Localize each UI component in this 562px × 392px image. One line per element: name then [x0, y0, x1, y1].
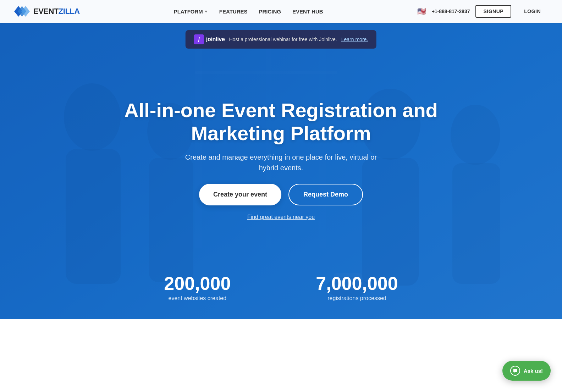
logo[interactable]: EVENTZILLA: [14, 6, 80, 17]
flag-icon: 🇺🇸: [417, 7, 426, 16]
joinlive-banner: j joinlive Host a professional webinar f…: [186, 30, 376, 49]
login-button[interactable]: LOGIN: [517, 6, 548, 17]
nav-platform[interactable]: PLATFORM ▼: [174, 9, 208, 15]
logo-icon: [14, 6, 31, 17]
joinlive-brand-text: joinlive: [206, 36, 225, 43]
stat-events-number: 200,000: [164, 274, 231, 294]
nav-event-hub[interactable]: EVENT HUB: [292, 9, 323, 15]
chat-widget[interactable]: Ask us!: [502, 361, 551, 381]
joinlive-learn-more-link[interactable]: Learn more.: [341, 37, 368, 42]
joinlive-icon: j: [194, 34, 204, 44]
stat-item-events: 200,000 event websites created: [121, 274, 273, 302]
navbar-left: EVENTZILLA: [14, 6, 80, 17]
stat-events-label: event websites created: [169, 295, 227, 302]
stat-registrations-label: registrations processed: [327, 295, 386, 302]
navbar-nav: PLATFORM ▼ FEATURES PRICING EVENT HUB: [174, 9, 323, 15]
logo-text: EVENTZILLA: [33, 7, 80, 16]
chat-icon: [510, 366, 520, 376]
nav-pricing[interactable]: PRICING: [259, 9, 281, 15]
stat-item-registrations: 7,000,000 registrations processed: [273, 274, 440, 302]
stats-section: 200,000 event websites created 7,000,000…: [0, 259, 562, 319]
phone-number: +1-888-817-2837: [432, 9, 470, 14]
hero-buttons: Create your event Request Demo: [199, 184, 363, 205]
navbar: EVENTZILLA PLATFORM ▼ FEATURES PRICING E…: [0, 0, 562, 23]
hero-title: All-in-one Event Registration and Market…: [121, 99, 441, 145]
stat-registrations-number: 7,000,000: [316, 274, 398, 294]
joinlive-logo: j joinlive: [194, 34, 225, 44]
nav-features[interactable]: FEATURES: [219, 9, 248, 15]
hero-subtitle: Create and manage everything in one plac…: [175, 152, 387, 173]
hero-content: All-in-one Event Registration and Market…: [121, 99, 441, 220]
create-event-button[interactable]: Create your event: [199, 184, 281, 205]
find-events-link[interactable]: Find great events near you: [247, 214, 315, 220]
platform-dropdown-arrow: ▼: [204, 10, 208, 13]
chat-label: Ask us!: [524, 368, 543, 374]
navbar-right: 🇺🇸 +1-888-817-2837 SIGNUP LOGIN: [417, 5, 548, 18]
joinlive-description: Host a professional webinar for free wit…: [229, 37, 337, 42]
hero-section: j joinlive Host a professional webinar f…: [0, 0, 562, 319]
signup-button[interactable]: SIGNUP: [475, 5, 511, 18]
request-demo-button[interactable]: Request Demo: [288, 184, 363, 205]
